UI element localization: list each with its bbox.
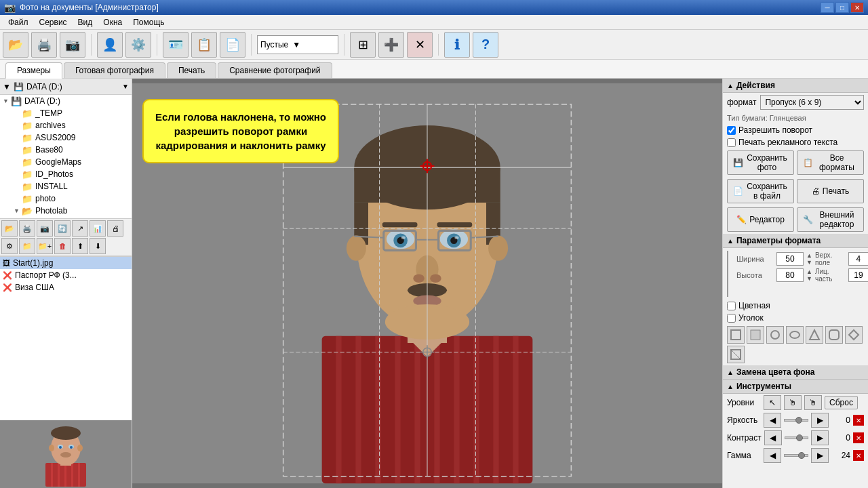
thumbnail-area — [0, 420, 132, 488]
menu-service[interactable]: Сервис — [34, 16, 73, 28]
file-btn-folder-add[interactable]: 📁+ — [37, 238, 53, 254]
toolbar-btn-info[interactable]: ℹ — [444, 32, 470, 58]
toolbar-btn-scan[interactable]: 🖨️ — [31, 32, 57, 58]
file-btn-print[interactable]: 🖨 — [107, 220, 123, 237]
menu-help[interactable]: Помощь — [127, 16, 170, 28]
save-file-button[interactable]: 📄 Сохранить в файл — [727, 179, 794, 203]
format-select[interactable]: Пропуск (6 x 9) — [760, 95, 864, 110]
file-btn-export[interactable]: ↗ — [72, 220, 88, 237]
tab-sizes[interactable]: Размеры — [5, 62, 62, 79]
file-btn-delete[interactable]: 🗑 — [54, 238, 71, 254]
tab-compare[interactable]: Сравнение фотографий — [218, 62, 332, 78]
file-btn-folder-up[interactable]: 📁 — [19, 238, 35, 254]
tab-print[interactable]: Печать — [167, 62, 216, 78]
file-item-2[interactable]: ❌ Виза США — [0, 281, 132, 293]
toolbar-btn-del[interactable]: ✕ — [407, 32, 433, 58]
format-params-header[interactable]: ▲ Параметры формата — [723, 234, 868, 248]
gamma-slider[interactable] — [784, 450, 808, 461]
toolbar-btn-settings[interactable]: ⚙️ — [125, 32, 151, 58]
tree-item-base80[interactable]: 📁 Base80 — [0, 144, 132, 156]
contrast-right[interactable]: ▶ — [811, 430, 829, 445]
tree-header[interactable]: ▼ 💾 DATA (D:) ▼ — [0, 79, 132, 95]
brightness-clear[interactable]: ✕ — [853, 415, 864, 426]
file-btn-open[interactable]: 📂 — [1, 220, 18, 237]
tree-item-install[interactable]: 📁 INSTALL — [0, 180, 132, 192]
print-ad-checkbox[interactable] — [727, 138, 736, 147]
print-button[interactable]: 🖨 Печать — [797, 179, 864, 203]
top-margin-input[interactable] — [848, 252, 868, 266]
editor-button[interactable]: ✏️ Редактор — [727, 207, 794, 232]
brightness-slider[interactable] — [784, 415, 808, 426]
toolbar-btn-help[interactable]: ? — [473, 32, 498, 58]
bg-color-header[interactable]: ▲ Замена цвета фона — [723, 365, 868, 380]
brightness-left[interactable]: ◀ — [764, 413, 781, 428]
tree-item-temp[interactable]: 📁 _TEMP — [0, 107, 132, 119]
levels-pick-mid[interactable]: 🖱 — [804, 395, 822, 410]
toolbar-btn-format[interactable]: 📄 — [220, 32, 245, 58]
toolbar-btn-camera[interactable]: 📷 — [60, 32, 85, 58]
toolbar-btn-add[interactable]: ➕ — [378, 32, 404, 58]
file-btn-webcam[interactable]: 📷 — [37, 220, 53, 237]
toolbar-btn-grid[interactable]: ⊞ — [350, 32, 376, 58]
toolbar-btn-list[interactable]: 📋 — [191, 32, 217, 58]
file-btn-chart[interactable]: 📊 — [90, 220, 106, 237]
file-btn-down[interactable]: ⬇ — [90, 238, 106, 254]
actions-section-header[interactable]: ▲ Действия — [723, 79, 868, 93]
toolbar-btn-id[interactable]: 🪪 — [163, 32, 189, 58]
gamma-right[interactable]: ▶ — [811, 448, 829, 463]
tree-item-data-d[interactable]: ▼ 💾 DATA (D:) — [0, 95, 132, 107]
contrast-clear[interactable]: ✕ — [853, 432, 864, 443]
menu-file[interactable]: Файл — [3, 16, 34, 28]
save-photo-button[interactable]: 💾 Сохранить фото — [727, 150, 794, 175]
tab-ready-photo[interactable]: Готовая фотография — [64, 62, 165, 78]
all-formats-button[interactable]: 📋 Все форматы — [797, 150, 864, 175]
menu-view[interactable]: Вид — [73, 16, 98, 28]
contrast-left[interactable]: ◀ — [764, 430, 782, 445]
corner-style-3[interactable] — [786, 326, 804, 344]
corner-style-0[interactable] — [727, 326, 745, 344]
corner-style-5[interactable] — [825, 326, 843, 344]
width-spinner[interactable]: ▲ ▼ — [806, 252, 812, 266]
tree-item-googlemaps[interactable]: 📁 GoogleMaps — [0, 156, 132, 168]
tools-header[interactable]: ▲ Инструменты — [723, 380, 868, 394]
height-input[interactable] — [776, 268, 804, 282]
corner-checkbox[interactable] — [727, 314, 736, 323]
corner-style-1[interactable] — [747, 326, 764, 344]
maximize-button[interactable]: □ — [835, 2, 849, 13]
file-item-1[interactable]: ❌ Паспорт РФ (3... — [0, 269, 132, 281]
color-checkbox[interactable] — [727, 302, 736, 310]
file-btn-refresh[interactable]: 🔄 — [54, 220, 71, 237]
contrast-slider[interactable] — [785, 432, 808, 443]
toolbar-btn-open[interactable]: 📂 — [3, 32, 28, 58]
reset-button[interactable]: Сброс — [825, 396, 858, 409]
file-btn-scan[interactable]: 🖨️ — [19, 220, 35, 237]
face-part-input[interactable] — [848, 268, 868, 282]
external-editor-button[interactable]: 🔧 Внешний редактор — [797, 207, 864, 232]
menu-windows[interactable]: Окна — [98, 16, 127, 28]
minimize-button[interactable]: ─ — [821, 2, 834, 13]
close-button[interactable]: ✕ — [850, 2, 864, 13]
allow-rotation-checkbox[interactable] — [727, 126, 736, 135]
tree-item-photolab[interactable]: ▼ 📂 Photolab — [0, 205, 132, 217]
height-spinner[interactable]: ▲ ▼ — [806, 268, 812, 282]
levels-cursor-btn[interactable]: ↖ — [764, 395, 781, 410]
tree-item-photo[interactable]: 📁 photo — [0, 192, 132, 205]
gamma-left[interactable]: ◀ — [764, 448, 781, 463]
corner-style-7[interactable] — [727, 346, 745, 363]
corner-style-2[interactable] — [766, 326, 784, 344]
levels-pick-dark[interactable]: 🖱 — [784, 395, 802, 410]
width-input[interactable] — [776, 252, 804, 266]
format-dropdown[interactable]: Пустые ▼ — [257, 35, 338, 54]
tree-item-idphotos[interactable]: 📁 ID_Photos — [0, 168, 132, 180]
file-btn-settings2[interactable]: ⚙ — [1, 238, 18, 254]
tree-header-arrow[interactable]: ▼ — [122, 83, 129, 90]
corner-style-6[interactable] — [845, 326, 863, 344]
toolbar-btn-person[interactable]: 👤 — [97, 32, 123, 58]
tree-item-asus[interactable]: 📁 ASUS2009 — [0, 131, 132, 144]
tree-item-archives[interactable]: 📁 archives — [0, 119, 132, 131]
brightness-right[interactable]: ▶ — [811, 413, 829, 428]
gamma-clear[interactable]: ✕ — [853, 450, 864, 461]
corner-style-4[interactable] — [806, 326, 823, 344]
file-btn-sort[interactable]: ⬆ — [72, 238, 88, 254]
file-item-0[interactable]: 🖼 Start(1).jpg — [0, 257, 132, 269]
